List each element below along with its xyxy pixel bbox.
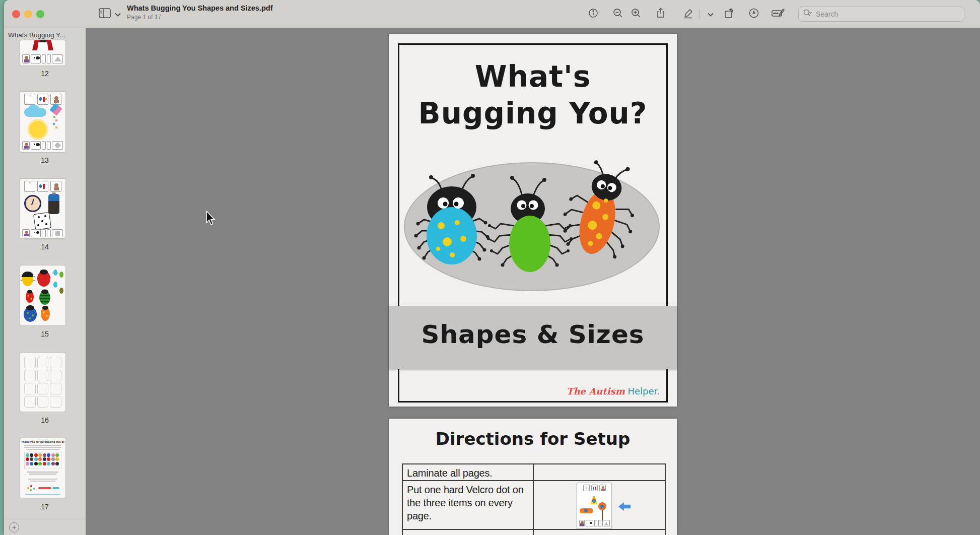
- kite-tail-dot: [55, 119, 57, 121]
- page-thumbnail-14[interactable]: ?: [20, 179, 65, 238]
- icon-card-triangle: [602, 520, 610, 526]
- add-page-button[interactable]: +: [9, 522, 19, 532]
- page-thumbnail-16[interactable]: [20, 353, 65, 412]
- thumbnail-label-13: 13: [4, 156, 86, 164]
- icon-card-on: [42, 229, 46, 237]
- dice-pip: [41, 220, 43, 222]
- search-field[interactable]: [798, 7, 964, 22]
- zoom-in-button[interactable]: [627, 7, 645, 22]
- cover-title: What's Bugging You?: [389, 58, 677, 132]
- icon-card-a-small-bug: [31, 229, 41, 237]
- velcro-dot: [592, 499, 596, 503]
- sidebar-toggle-button[interactable]: [99, 7, 128, 22]
- icon-card-diamond: [52, 141, 63, 150]
- icon-card-you: [599, 485, 606, 491]
- pdf-page-2[interactable]: Directions for Setup Laminate all pages.…: [389, 419, 677, 535]
- thumbnail-label-16: 16: [4, 416, 86, 424]
- info-button[interactable]: [585, 7, 602, 22]
- sidebar-footer-separator: [4, 519, 86, 519]
- icon-card-triangle: [52, 54, 63, 63]
- mouse-cursor: [205, 211, 216, 226]
- icon-card-you: [50, 181, 61, 192]
- info-icon: [588, 8, 598, 20]
- table-row: Laminate all pages.: [403, 464, 665, 481]
- icon-card-on: [594, 520, 597, 526]
- thumbnail-label-12: 12: [4, 70, 86, 78]
- zoom-in-icon: [631, 8, 641, 20]
- desktop: Whats Bugging You Shapes and Sizes.pdf P…: [0, 0, 980, 535]
- share-icon: [656, 8, 666, 21]
- highlight-options-button[interactable]: [704, 7, 717, 22]
- fullscreen-button[interactable]: [36, 10, 44, 18]
- highlight-button[interactable]: [680, 7, 697, 22]
- mini-logo-text: [38, 487, 51, 489]
- icon-card-oh-no: [579, 520, 585, 526]
- page-thumbnail-15[interactable]: [20, 265, 65, 325]
- icon-card-oh-no: [22, 229, 30, 237]
- preview-window: Whats Bugging You Shapes and Sizes.pdf P…: [4, 0, 980, 535]
- pdf-page-1[interactable]: What's Bugging You?: [389, 34, 677, 407]
- page-indicator: Page 1 of 17: [127, 14, 409, 21]
- chevron-down-icon: [115, 10, 121, 19]
- share-button[interactable]: [652, 7, 669, 22]
- instruction-text: the three items on every: [407, 496, 529, 509]
- icon-card-whats: ?: [583, 485, 590, 491]
- markup-button[interactable]: [745, 7, 762, 22]
- text-line: [24, 445, 61, 446]
- zoom-out-icon: [613, 8, 623, 20]
- minimize-button[interactable]: [24, 10, 32, 18]
- icon-card-bugging: [37, 94, 48, 105]
- icon-card-bugging: [591, 485, 598, 491]
- form-fill-button[interactable]: [769, 7, 787, 22]
- table-cell-instruction: Put one hard Velcro dot on the three ite…: [403, 481, 533, 529]
- text-line: [29, 474, 56, 475]
- icon-card-the: [47, 229, 51, 237]
- velcro-dot: [600, 505, 604, 508]
- directions-title: Directions for Setup: [389, 429, 677, 449]
- battery-shape: [48, 194, 59, 214]
- zoom-out-button[interactable]: [609, 7, 626, 22]
- cover-title-line2: Bugging You?: [389, 95, 677, 132]
- document-title: Whats Bugging You Shapes and Sizes.pdf: [127, 4, 409, 12]
- titlebar: Whats Bugging You Shapes and Sizes.pdf P…: [4, 0, 980, 28]
- logo-text-helper: Helper.: [625, 386, 660, 396]
- thumbnail-label-17: 17: [4, 503, 86, 511]
- thumbnail-sidebar: Whats Bugging Y... 12 ?: [4, 28, 86, 535]
- table-cell-instruction: Laminate all pages.: [403, 464, 533, 480]
- page-thumbnail-13[interactable]: ?: [20, 92, 65, 152]
- banner-strip: Shapes & Sizes: [389, 306, 677, 369]
- icon-card-the: [598, 520, 601, 526]
- text-line: [28, 479, 57, 480]
- rotate-icon: [724, 8, 735, 21]
- mini-logo-dots: [27, 485, 36, 492]
- kite-tail-dot: [55, 126, 57, 128]
- page-thumbnail-17[interactable]: Thank you for purchasing this product!: [20, 438, 65, 498]
- table-cell-instruction: [403, 530, 533, 535]
- text-line: [26, 449, 59, 450]
- dice-pip: [44, 215, 46, 217]
- icon-card-the: [47, 54, 51, 63]
- search-input[interactable]: [816, 10, 947, 18]
- dice-pip: [38, 216, 40, 218]
- text-line: [25, 494, 60, 495]
- icon-card-oh-no: [22, 141, 30, 150]
- icon-card-a-big-bug: [31, 54, 41, 63]
- document-view[interactable]: What's Bugging You?: [86, 28, 980, 535]
- directions-table: Laminate all pages. Put one hard Velcro …: [402, 463, 666, 535]
- close-button[interactable]: [12, 10, 20, 18]
- markup-pen-circle-icon: [748, 8, 759, 21]
- rotate-button[interactable]: [721, 7, 738, 22]
- kite-tail-dot: [53, 123, 55, 125]
- thumbnail-label-15: 15: [4, 330, 86, 338]
- sun-shape: [29, 121, 46, 138]
- lollipop-stick: [602, 510, 603, 521]
- cloud-shape: [28, 105, 39, 112]
- table-cell-illustration: [533, 464, 665, 480]
- logo-collage: [24, 452, 61, 469]
- kite-shape: [49, 103, 62, 115]
- green-bug-body: [509, 216, 550, 272]
- text-line: [30, 481, 55, 482]
- page-thumbnail-12[interactable]: [20, 40, 65, 65]
- icon-card-on: [42, 141, 46, 150]
- thumb17-title: Thank you for purchasing this product!: [21, 440, 64, 443]
